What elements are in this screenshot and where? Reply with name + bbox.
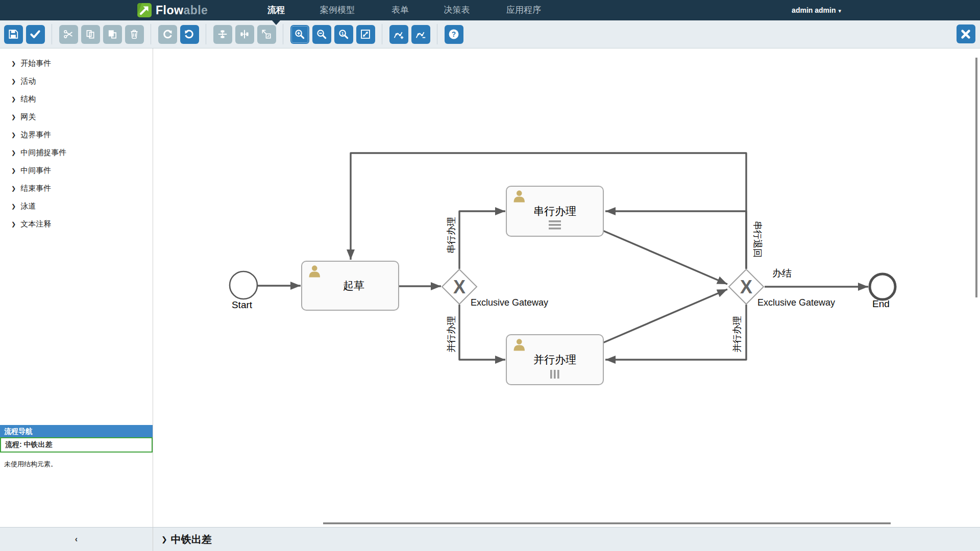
palette-item-label: 中间事件 [20, 166, 51, 176]
zoom-in-button[interactable] [290, 25, 309, 44]
svg-text:1: 1 [341, 31, 344, 36]
tab-forms[interactable]: 表单 [391, 0, 409, 20]
add-bendpoint-button[interactable] [389, 25, 408, 44]
palette-item-label: 网关 [20, 112, 36, 122]
zoom-out-icon [316, 29, 327, 40]
toolbar-separator [151, 24, 151, 44]
validate-button[interactable] [26, 25, 45, 44]
parallel-task-node[interactable]: 并行办理 [506, 335, 603, 385]
gateway1-label: Exclusive Gateway [471, 297, 548, 308]
remove-bendpoint-button[interactable] [411, 25, 430, 44]
palette-item-label: 开始事件 [20, 59, 51, 68]
edge-label-parallel-flow: 并行办理 [446, 316, 456, 353]
chevron-right-icon: ❯ [11, 185, 16, 192]
add-bendpoint-icon [393, 29, 404, 40]
palette-item-label: 中间捕捉事件 [20, 148, 66, 158]
zoom-fit-button[interactable] [356, 25, 375, 44]
palette-item-3[interactable]: ❯网关 [0, 108, 153, 126]
vertical-scrollbar[interactable] [975, 58, 977, 297]
gateway2-label: Exclusive Gateway [757, 297, 835, 308]
sequential-multi-instance-marker [549, 220, 561, 230]
palette-item-label: 结构 [20, 94, 36, 104]
shape-palette: ❯开始事件❯活动❯结构❯网关❯边界事件❯中间捕捉事件❯中间事件❯结束事件❯泳道❯… [0, 48, 153, 233]
palette-item-label: 泳道 [20, 202, 36, 211]
diagram-svg: 串行办理 并行办理 串行退回 并行办理 办结 Start 起草 [153, 48, 980, 527]
navigator-selected-item[interactable]: 流程: 中铁出差 [0, 437, 153, 453]
process-title: 中铁出差 [171, 533, 212, 546]
end-event-label: End [872, 298, 890, 309]
edge-gateway1-to-parallel[interactable] [459, 305, 505, 360]
palette-item-label: 文本注释 [20, 219, 51, 229]
tab-apps[interactable]: 应用程序 [506, 0, 541, 20]
collapse-sidebar-button[interactable]: ‹ [0, 528, 153, 551]
chevron-right-icon: ❯ [11, 221, 16, 228]
navigator-header: 流程导航 [0, 425, 153, 437]
start-event-node[interactable] [230, 271, 257, 299]
palette-item-5[interactable]: ❯中间捕捉事件 [0, 144, 153, 162]
undo-button[interactable] [180, 25, 199, 44]
toolbar-separator [382, 24, 382, 44]
chevron-left-icon: ‹ [75, 535, 78, 544]
save-button[interactable] [4, 25, 23, 44]
remove-bendpoint-icon [415, 29, 426, 40]
edge-parallel-to-gateway2[interactable] [603, 289, 727, 343]
align-vertical-button[interactable] [213, 25, 232, 44]
cut-button[interactable] [59, 25, 78, 44]
palette-item-label: 边界事件 [20, 130, 51, 140]
chevron-right-icon: ❯ [11, 167, 16, 174]
parallel-multi-instance-marker [550, 370, 559, 379]
tab-case-models[interactable]: 案例模型 [320, 0, 355, 20]
close-editor-button[interactable] [957, 24, 975, 43]
help-button[interactable]: ? [445, 25, 463, 44]
chevron-right-icon: ❯ [161, 535, 167, 543]
palette-item-0[interactable]: ❯开始事件 [0, 55, 153, 72]
same-size-button[interactable] [257, 25, 276, 44]
horizontal-scrollbar[interactable] [323, 522, 891, 524]
zoom-actual-button[interactable]: 1 [334, 25, 353, 44]
serial-task-node[interactable]: 串行办理 [506, 186, 603, 236]
redo-button[interactable] [158, 25, 177, 44]
palette-item-4[interactable]: ❯边界事件 [0, 126, 153, 144]
copy-button[interactable] [81, 25, 100, 44]
toolbar-separator [52, 24, 52, 44]
chevron-right-icon: ❯ [11, 149, 16, 156]
zoom-fit-icon [360, 29, 371, 40]
palette-item-6[interactable]: ❯中间事件 [0, 162, 153, 180]
edge-label-complete: 办结 [772, 268, 792, 279]
palette-item-8[interactable]: ❯泳道 [0, 197, 153, 215]
chevron-right-icon: ❯ [11, 78, 16, 85]
tab-process[interactable]: 流程 [267, 0, 285, 20]
user-menu-label: admin admin [792, 6, 836, 14]
svg-text:?: ? [452, 31, 456, 38]
active-tab-caret [272, 20, 280, 25]
draft-task-node[interactable]: 起草 [302, 261, 399, 310]
toolbar-separator [206, 24, 206, 44]
palette-item-9[interactable]: ❯文本注释 [0, 215, 153, 233]
edge-serial-to-gateway2[interactable] [603, 231, 727, 284]
chevron-right-icon: ❯ [11, 114, 16, 120]
align-horizontal-button[interactable] [235, 25, 254, 44]
end-event-node[interactable] [870, 274, 895, 299]
edge-gateway1-to-serial[interactable] [459, 211, 505, 269]
zoom-actual-icon: 1 [338, 29, 349, 40]
delete-button[interactable] [125, 25, 144, 44]
palette-item-7[interactable]: ❯结束事件 [0, 180, 153, 197]
bottom-bar: ‹ ❯ 中铁出差 [0, 527, 980, 551]
paste-button[interactable] [103, 25, 122, 44]
gateway1-x-symbol: X [453, 277, 465, 297]
toolbar-separator [437, 24, 437, 44]
user-menu[interactable]: admin admin▾ [792, 0, 841, 20]
chevron-down-icon: ▾ [838, 8, 841, 14]
diagram-canvas[interactable]: 串行办理 并行办理 串行退回 并行办理 办结 Start 起草 [153, 48, 980, 527]
start-event-label: Start [232, 299, 253, 310]
edge-label-serial-flow: 串行办理 [446, 217, 456, 254]
toolbar-separator [283, 24, 283, 44]
serial-task-label: 串行办理 [533, 205, 576, 217]
palette-item-1[interactable]: ❯活动 [0, 72, 153, 90]
palette-sidebar: ❯开始事件❯活动❯结构❯网关❯边界事件❯中间捕捉事件❯中间事件❯结束事件❯泳道❯… [0, 48, 153, 527]
tab-decision-tables[interactable]: 决策表 [444, 0, 470, 20]
palette-item-label: 活动 [20, 77, 36, 86]
same-size-icon [261, 29, 272, 40]
palette-item-2[interactable]: ❯结构 [0, 90, 153, 108]
zoom-out-button[interactable] [312, 25, 331, 44]
